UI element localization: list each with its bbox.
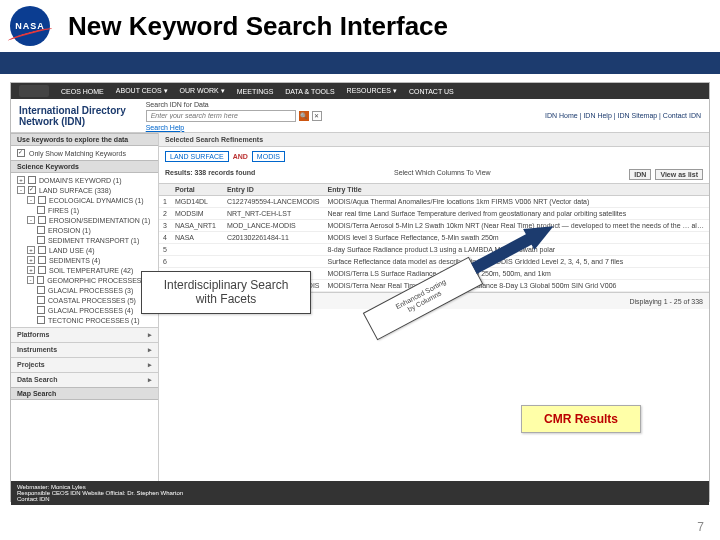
expand-icon[interactable]: -	[27, 216, 35, 224]
only-matching-checkbox[interactable]	[17, 149, 25, 157]
tree-label[interactable]: SEDIMENTS (4)	[49, 257, 100, 264]
crumb-modis[interactable]: MODIS	[252, 151, 285, 162]
expand-icon[interactable]: -	[27, 196, 35, 204]
tree-checkbox[interactable]	[37, 286, 45, 294]
keywords-band: Use keywords to explore the data	[11, 133, 158, 146]
tree-checkbox[interactable]	[28, 186, 36, 194]
facet-projects[interactable]: Projects	[11, 357, 158, 372]
tree-label[interactable]: LAND USE (4)	[49, 247, 95, 254]
tree-checkbox[interactable]	[37, 206, 45, 214]
tree-label[interactable]: SEDIMENT TRANSPORT (1)	[48, 237, 139, 244]
tree-label[interactable]: DOMAIN'S KEYWORD (1)	[39, 177, 122, 184]
callout-facets: Interdisciplinary Search with Facets	[141, 271, 311, 314]
tree-checkbox[interactable]	[37, 226, 45, 234]
pager-display: Displaying 1 - 25 of 338	[629, 298, 703, 305]
tree-checkbox[interactable]	[37, 296, 45, 304]
table-row[interactable]: 2MODSIMNRT_NRT-CEH-LSTNear real time Lan…	[159, 208, 709, 220]
nav-resources[interactable]: RESOURCES ▾	[347, 87, 397, 95]
tree-label[interactable]: FIRES (1)	[48, 207, 79, 214]
facet-instruments[interactable]: Instruments	[11, 342, 158, 357]
table-cell	[171, 256, 223, 268]
table-cell: 3	[159, 220, 171, 232]
expand-icon[interactable]: +	[27, 246, 35, 254]
callout-cmr: CMR Results	[521, 405, 641, 433]
table-cell: MGD14DL	[171, 196, 223, 208]
idn-source-button[interactable]: IDN	[629, 169, 651, 180]
table-cell: MOD_LANCE-MODIS	[223, 220, 324, 232]
search-icon[interactable]: 🔍	[299, 111, 309, 121]
tree-label[interactable]: EROSION/SEDIMENTATION (1)	[49, 217, 150, 224]
tree-label[interactable]: GLACIAL PROCESSES (3)	[48, 287, 133, 294]
search-label: Search IDN for Data	[146, 101, 322, 108]
tree-checkbox[interactable]	[38, 266, 46, 274]
table-cell: MODIS/Terra LS Surface Radiance, 5-Min S…	[324, 268, 709, 280]
nav-contact[interactable]: CONTACT US	[409, 88, 454, 95]
facet-datasearch[interactable]: Data Search	[11, 372, 158, 387]
col-portal[interactable]: Portal	[171, 184, 223, 196]
expand-icon[interactable]: -	[27, 276, 34, 284]
only-matching-label: Only Show Matching Keywords	[29, 150, 126, 157]
tree-checkbox[interactable]	[28, 176, 36, 184]
search-input[interactable]	[146, 110, 296, 122]
nav-data[interactable]: DATA & TOOLS	[285, 88, 334, 95]
footer-contact[interactable]: Contact IDN	[17, 496, 703, 502]
table-row[interactable]: 6Surface Reflectance data model as descr…	[159, 256, 709, 268]
tree-label[interactable]: ECOLOGICAL DYNAMICS (1)	[49, 197, 144, 204]
table-cell: 2	[159, 208, 171, 220]
tree-checkbox[interactable]	[38, 216, 46, 224]
idn-header: International Directory Network (IDN) Se…	[11, 99, 709, 133]
table-cell: Surface Reflectance data model as descri…	[324, 256, 709, 268]
expand-icon[interactable]: +	[27, 256, 35, 264]
col-title[interactable]: Entry Title	[324, 184, 709, 196]
table-cell	[223, 244, 324, 256]
tree-checkbox[interactable]	[38, 246, 46, 254]
tree-checkbox[interactable]	[37, 236, 45, 244]
search-help-link[interactable]: Search Help	[146, 124, 322, 131]
nav-home[interactable]: CEOS HOME	[61, 88, 104, 95]
crumb-land-surface[interactable]: LAND SURFACE	[165, 151, 229, 162]
tree-checkbox[interactable]	[38, 196, 46, 204]
table-cell: 1	[159, 196, 171, 208]
table-cell	[171, 244, 223, 256]
tree-checkbox[interactable]	[38, 256, 46, 264]
refinement-crumbs: LAND SURFACE AND MODIS	[159, 147, 709, 166]
tree-label[interactable]: LAND SURFACE (338)	[39, 187, 111, 194]
facet-platforms[interactable]: Platforms	[11, 327, 158, 342]
table-cell: MODIS/Terra Near Real Time (NRT) Surface…	[324, 280, 709, 292]
table-row[interactable]: 4NASAC201302261484-11MODIS level 3 Surfa…	[159, 232, 709, 244]
clear-search-icon[interactable]: ✕	[312, 111, 322, 121]
tree-checkbox[interactable]	[37, 276, 44, 284]
idn-utility-links[interactable]: IDN Home | IDN Help | IDN Sitemap | Cont…	[545, 112, 701, 119]
expand-icon[interactable]: +	[27, 266, 35, 274]
site-footer: Webmaster: Monica Lyles Responsible CEOS…	[11, 481, 709, 505]
table-row[interactable]: 58-day Surface Radiance product L3 using…	[159, 244, 709, 256]
tree-checkbox[interactable]	[37, 316, 45, 324]
idn-title-line2: Network (IDN)	[19, 116, 126, 127]
table-row[interactable]: 1MGD14DLC1227495594-LANCEMODISMODIS/Aqua…	[159, 196, 709, 208]
expand-icon[interactable]: +	[17, 176, 25, 184]
expand-icon[interactable]: -	[17, 186, 25, 194]
slide-title: New Keyword Search Interface	[68, 11, 448, 42]
table-cell: C201302261484-11	[223, 232, 324, 244]
tree-label[interactable]: EROSION (1)	[48, 227, 91, 234]
table-cell	[223, 256, 324, 268]
screenshot-region: CEOS HOME ABOUT CEOS ▾ OUR WORK ▾ MEETIN…	[10, 82, 710, 502]
map-search-band[interactable]: Map Search	[11, 387, 158, 400]
tree-label[interactable]: COASTAL PROCESSES (5)	[48, 297, 136, 304]
table-cell: NRT_NRT-CEH-LST	[223, 208, 324, 220]
table-row[interactable]: 3NASA_NRT1MOD_LANCE-MODISMODIS/Terra Aer…	[159, 220, 709, 232]
view-list-button[interactable]: View as list	[655, 169, 703, 180]
tree-label[interactable]: TECTONIC PROCESSES (1)	[48, 317, 140, 324]
ceos-logo	[19, 85, 49, 97]
nav-about[interactable]: ABOUT CEOS ▾	[116, 87, 168, 95]
nav-meetings[interactable]: MEETINGS	[237, 88, 274, 95]
tree-label[interactable]: SOIL TEMPERATURE (42)	[49, 267, 133, 274]
slide-number: 7	[697, 520, 704, 534]
tree-label[interactable]: GLACIAL PROCESSES (4)	[48, 307, 133, 314]
tree-label[interactable]: GEOMORPHIC PROCESSES (5)	[47, 277, 152, 284]
tree-checkbox[interactable]	[37, 306, 45, 314]
col-num[interactable]	[159, 184, 171, 196]
facet-panel: Use keywords to explore the data Only Sh…	[11, 133, 159, 481]
nav-work[interactable]: OUR WORK ▾	[180, 87, 225, 95]
col-entryid[interactable]: Entry ID	[223, 184, 324, 196]
